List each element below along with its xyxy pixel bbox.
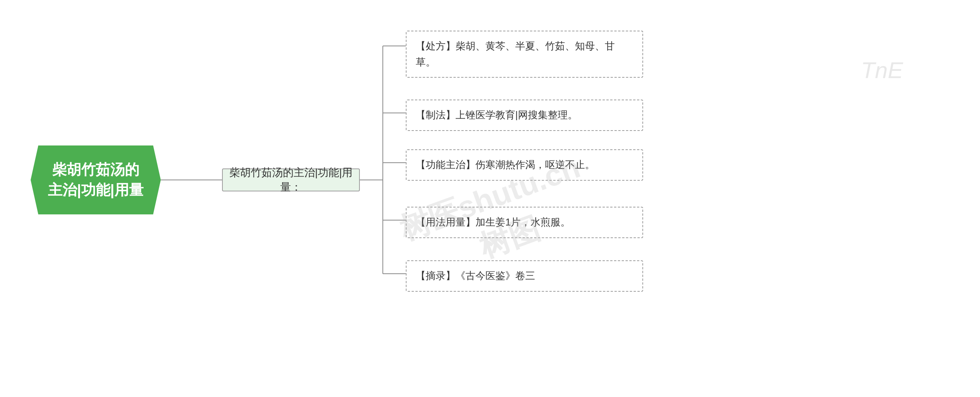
right-node-1: 【处方】柴胡、黄芩、半夏、竹茹、知母、甘草。 [406, 31, 643, 78]
mid-node-text: 柴胡竹茹汤的主治|功能|用量： [223, 165, 359, 194]
right-node-2-text: 【制法】上锉医学教育|网搜集整理。 [416, 109, 578, 121]
root-node: 柴胡竹茹汤的主治|功能|用量 [31, 145, 161, 214]
right-node-2: 【制法】上锉医学教育|网搜集整理。 [406, 100, 643, 131]
right-node-4-text: 【用法用量】加生姜1片，水煎服。 [416, 216, 570, 228]
root-node-text: 柴胡竹茹汤的主治|功能|用量 [46, 160, 145, 200]
right-node-1-text: 【处方】柴胡、黄芩、半夏、竹茹、知母、甘草。 [416, 40, 615, 68]
tne-watermark: TnE [861, 57, 903, 83]
right-node-5: 【摘录】《古今医鉴》卷三 [406, 260, 643, 292]
right-node-3-text: 【功能主治】伤寒潮热作渴，呕逆不止。 [416, 159, 595, 170]
mid-node: 柴胡竹茹汤的主治|功能|用量： [222, 168, 360, 191]
right-node-5-text: 【摘录】《古今医鉴》卷三 [416, 270, 535, 281]
mind-map: 柴胡竹茹汤的主治|功能|用量 柴胡竹茹汤的主治|功能|用量： 【处方】柴胡、黄芩… [0, 0, 980, 397]
right-node-3: 【功能主治】伤寒潮热作渴，呕逆不止。 [406, 149, 643, 181]
right-node-4: 【用法用量】加生姜1片，水煎服。 [406, 207, 643, 238]
